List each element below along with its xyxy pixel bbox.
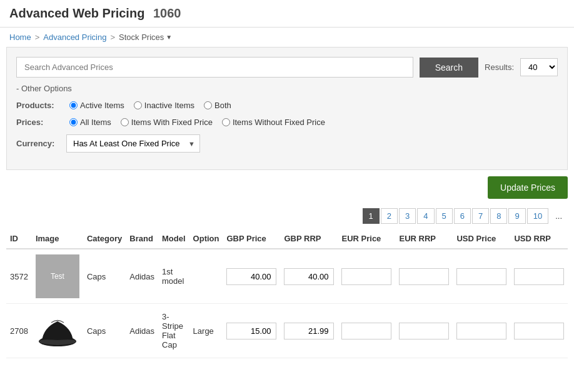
results-label: Results: [485,63,514,72]
radio-active-items[interactable]: Active Items [69,101,124,110]
products-table: ID Image Category Brand Model Option GBP… [6,229,568,358]
eur-price-input[interactable] [341,323,391,339]
usd-price-input[interactable] [456,323,506,339]
cell-usd-rrp[interactable] [510,304,568,358]
gbp-rrp-input[interactable] [284,268,334,285]
page-button-6[interactable]: 6 [454,208,471,224]
gbp-price-input[interactable] [226,268,276,285]
cell-image [32,304,83,358]
chevron-down-icon: ▼ [166,34,172,41]
cell-eur-price[interactable] [338,249,395,304]
radio-inactive-items[interactable]: Inactive Items [134,101,194,110]
col-usd-price: USD Price [453,229,510,249]
cell-category: Caps [83,304,126,358]
cell-gbp-price[interactable] [223,249,280,304]
breadcrumb-stock-prices-label: Stock Prices [119,33,164,42]
table-body: 3572 Test Caps Adidas 1st model 2708 [6,249,568,358]
cell-eur-price[interactable] [338,304,395,358]
page-header: Advanced Web Pricing 1060 [0,0,574,28]
col-option: Option [189,229,223,249]
cell-usd-price[interactable] [453,249,510,304]
currency-filter-row: Currency: Has At Least One Fixed Price G… [16,134,558,153]
search-panel: Search Results: 40 10 20 80 100 - Other … [6,47,568,170]
page-id: 1060 [153,6,181,20]
usd-rrp-input[interactable] [514,323,564,339]
cell-gbp-rrp[interactable] [280,249,338,304]
breadcrumb-advanced-pricing[interactable]: Advanced Pricing [43,33,106,42]
cell-gbp-price[interactable] [223,304,280,358]
col-eur-price: EUR Price [338,229,395,249]
page-button-8[interactable]: 8 [490,208,507,224]
col-eur-rrp: EUR RRP [395,229,453,249]
gbp-rrp-input[interactable] [284,323,334,339]
page-button-5[interactable]: 5 [436,208,453,224]
breadcrumb-sep2: > [110,33,115,42]
page-button-4[interactable]: 4 [417,208,434,224]
prices-radio-group: All Items Items With Fixed Price Items W… [69,118,325,127]
eur-price-input[interactable] [341,268,391,285]
breadcrumb-home[interactable]: Home [9,33,31,42]
page-button-10[interactable]: 10 [527,208,548,224]
col-id: ID [6,229,32,249]
radio-inactive-items-input[interactable] [134,101,142,109]
products-table-wrap: ID Image Category Brand Model Option GBP… [0,229,574,358]
results-select[interactable]: 40 10 20 80 100 [520,58,558,76]
page-button-9[interactable]: 9 [508,208,525,224]
gbp-price-input[interactable] [226,323,276,339]
radio-fixed-price-label: Items With Fixed Price [131,118,213,127]
cell-gbp-rrp[interactable] [280,304,338,358]
update-prices-button[interactable]: Update Prices [488,176,568,199]
col-image: Image [32,229,83,249]
cell-brand: Adidas [126,249,158,304]
page-button-3[interactable]: 3 [399,208,416,224]
cell-model: 3-Stripe Flat Cap [158,304,189,358]
product-image: Test [36,254,79,298]
table-row: 3572 Test Caps Adidas 1st model [6,249,568,304]
other-options-toggle[interactable]: - Other Options [16,84,558,93]
radio-both-input[interactable] [204,101,212,109]
cell-eur-rrp[interactable] [395,249,453,304]
col-usd-rrp: USD RRP [510,229,568,249]
cell-id: 2708 [6,304,32,358]
prices-filter-row: Prices: All Items Items With Fixed Price… [16,118,558,127]
cell-eur-rrp[interactable] [395,304,453,358]
search-button[interactable]: Search [420,58,478,78]
page-button-1[interactable]: 1 [363,208,380,224]
cell-usd-price[interactable] [453,304,510,358]
cell-usd-rrp[interactable] [510,249,568,304]
pagination: 1 2 3 4 5 6 7 8 9 10 ... [0,205,574,229]
table-row: 2708 Caps Adidas 3-Stripe Flat Cap Large [6,304,568,358]
cell-id: 3572 [6,249,32,304]
currency-label: Currency: [16,139,60,148]
cell-option: Large [189,304,223,358]
products-radio-group: Active Items Inactive Items Both [69,101,231,110]
page-button-7[interactable]: 7 [472,208,489,224]
search-row: Search Results: 40 10 20 80 100 [16,57,558,78]
col-brand: Brand [126,229,158,249]
cell-image: Test [32,249,83,304]
breadcrumb: Home > Advanced Pricing > Stock Prices ▼ [0,28,574,47]
radio-fixed-price-input[interactable] [121,118,129,126]
pagination-ellipsis: ... [550,209,568,223]
prices-label: Prices: [16,118,60,127]
radio-all-items-input[interactable] [69,118,78,126]
radio-active-items-input[interactable] [69,101,78,109]
usd-price-input[interactable] [456,268,506,285]
page-button-2[interactable]: 2 [381,208,398,224]
usd-rrp-input[interactable] [514,268,564,285]
currency-select[interactable]: Has At Least One Fixed Price GBP EUR USD [66,134,200,153]
radio-fixed-price[interactable]: Items With Fixed Price [121,118,213,127]
breadcrumb-stock-prices[interactable]: Stock Prices ▼ [119,33,172,42]
search-input[interactable] [16,57,413,78]
eur-rrp-input[interactable] [399,323,449,339]
eur-rrp-input[interactable] [399,268,449,285]
radio-no-fixed-price-label: Items Without Fixed Price [233,118,325,127]
radio-both[interactable]: Both [204,101,231,110]
col-category: Category [83,229,126,249]
radio-no-fixed-price[interactable]: Items Without Fixed Price [222,118,325,127]
col-gbp-price: GBP Price [223,229,280,249]
col-gbp-rrp: GBP RRP [280,229,338,249]
radio-no-fixed-price-input[interactable] [222,118,230,126]
cell-brand: Adidas [126,304,158,358]
radio-all-items[interactable]: All Items [69,118,111,127]
